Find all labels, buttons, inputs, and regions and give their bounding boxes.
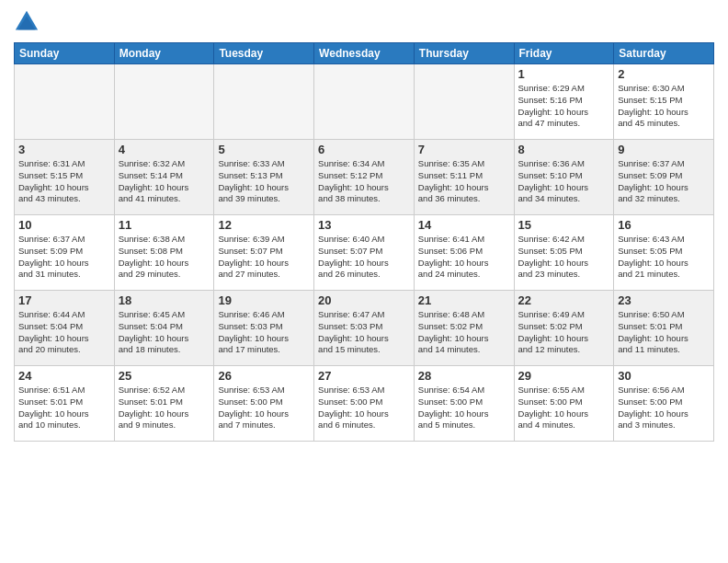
day-number: 3 bbox=[18, 143, 110, 156]
calendar-week-1: 1Sunrise: 6:29 AMSunset: 5:16 PMDaylight… bbox=[15, 64, 714, 140]
day-info: Sunrise: 6:51 AMSunset: 5:01 PMDaylight:… bbox=[18, 385, 110, 431]
calendar-week-2: 3Sunrise: 6:31 AMSunset: 5:15 PMDaylight… bbox=[15, 140, 714, 215]
day-info: Sunrise: 6:30 AMSunset: 5:15 PMDaylight:… bbox=[618, 83, 710, 130]
calendar-cell bbox=[314, 64, 415, 140]
weekday-header-friday: Friday bbox=[514, 43, 614, 64]
calendar-cell: 17Sunrise: 6:44 AMSunset: 5:04 PMDayligh… bbox=[15, 291, 115, 366]
day-info: Sunrise: 6:56 AMSunset: 5:00 PMDaylight:… bbox=[618, 385, 710, 431]
day-number: 14 bbox=[418, 218, 510, 232]
calendar-cell: 3Sunrise: 6:31 AMSunset: 5:15 PMDaylight… bbox=[15, 140, 115, 215]
calendar-cell: 29Sunrise: 6:55 AMSunset: 5:00 PMDayligh… bbox=[514, 366, 614, 442]
day-number: 7 bbox=[418, 143, 510, 156]
day-info: Sunrise: 6:36 AMSunset: 5:10 PMDaylight:… bbox=[518, 158, 610, 205]
calendar-cell: 23Sunrise: 6:50 AMSunset: 5:01 PMDayligh… bbox=[614, 291, 714, 366]
day-number: 4 bbox=[119, 143, 210, 156]
weekday-header-saturday: Saturday bbox=[614, 43, 714, 64]
day-info: Sunrise: 6:41 AMSunset: 5:06 PMDaylight:… bbox=[418, 234, 510, 281]
day-info: Sunrise: 6:50 AMSunset: 5:01 PMDaylight:… bbox=[618, 309, 710, 356]
day-info: Sunrise: 6:48 AMSunset: 5:02 PMDaylight:… bbox=[418, 309, 510, 356]
header bbox=[14, 9, 714, 35]
calendar-cell: 18Sunrise: 6:45 AMSunset: 5:04 PMDayligh… bbox=[114, 291, 214, 366]
day-info: Sunrise: 6:32 AMSunset: 5:14 PMDaylight:… bbox=[119, 158, 210, 205]
day-info: Sunrise: 6:38 AMSunset: 5:08 PMDaylight:… bbox=[119, 234, 210, 281]
day-info: Sunrise: 6:43 AMSunset: 5:05 PMDaylight:… bbox=[618, 234, 710, 281]
day-number: 24 bbox=[18, 369, 110, 383]
weekday-header-tuesday: Tuesday bbox=[214, 43, 314, 64]
day-number: 6 bbox=[318, 143, 410, 156]
day-number: 18 bbox=[119, 293, 210, 307]
calendar-header: SundayMondayTuesdayWednesdayThursdayFrid… bbox=[15, 43, 714, 64]
calendar-cell: 10Sunrise: 6:37 AMSunset: 5:09 PMDayligh… bbox=[15, 215, 115, 291]
calendar-body: 1Sunrise: 6:29 AMSunset: 5:16 PMDaylight… bbox=[15, 64, 714, 442]
calendar-cell: 8Sunrise: 6:36 AMSunset: 5:10 PMDaylight… bbox=[514, 140, 614, 215]
weekday-header-thursday: Thursday bbox=[414, 43, 514, 64]
weekday-header-wednesday: Wednesday bbox=[314, 43, 415, 64]
calendar-cell: 11Sunrise: 6:38 AMSunset: 5:08 PMDayligh… bbox=[114, 215, 214, 291]
day-info: Sunrise: 6:52 AMSunset: 5:01 PMDaylight:… bbox=[119, 385, 210, 431]
calendar-cell: 21Sunrise: 6:48 AMSunset: 5:02 PMDayligh… bbox=[414, 291, 514, 366]
calendar-cell: 1Sunrise: 6:29 AMSunset: 5:16 PMDaylight… bbox=[514, 64, 614, 140]
day-info: Sunrise: 6:29 AMSunset: 5:16 PMDaylight:… bbox=[518, 83, 610, 130]
day-info: Sunrise: 6:39 AMSunset: 5:07 PMDaylight:… bbox=[218, 234, 310, 281]
day-info: Sunrise: 6:54 AMSunset: 5:00 PMDaylight:… bbox=[418, 385, 510, 431]
day-number: 16 bbox=[618, 218, 710, 232]
day-number: 5 bbox=[218, 143, 310, 156]
day-info: Sunrise: 6:31 AMSunset: 5:15 PMDaylight:… bbox=[18, 158, 110, 205]
calendar-cell: 9Sunrise: 6:37 AMSunset: 5:09 PMDaylight… bbox=[614, 140, 714, 215]
weekday-header-monday: Monday bbox=[114, 43, 214, 64]
day-number: 20 bbox=[318, 293, 410, 307]
day-number: 22 bbox=[518, 293, 610, 307]
calendar-cell bbox=[15, 64, 115, 140]
day-info: Sunrise: 6:53 AMSunset: 5:00 PMDaylight:… bbox=[318, 385, 410, 431]
day-number: 8 bbox=[518, 143, 610, 156]
day-number: 9 bbox=[618, 143, 710, 156]
day-info: Sunrise: 6:33 AMSunset: 5:13 PMDaylight:… bbox=[218, 158, 310, 205]
day-info: Sunrise: 6:49 AMSunset: 5:02 PMDaylight:… bbox=[518, 309, 610, 356]
calendar-cell: 6Sunrise: 6:34 AMSunset: 5:12 PMDaylight… bbox=[314, 140, 415, 215]
calendar-cell: 25Sunrise: 6:52 AMSunset: 5:01 PMDayligh… bbox=[114, 366, 214, 442]
calendar-cell: 14Sunrise: 6:41 AMSunset: 5:06 PMDayligh… bbox=[414, 215, 514, 291]
day-info: Sunrise: 6:34 AMSunset: 5:12 PMDaylight:… bbox=[318, 158, 410, 205]
calendar-cell: 20Sunrise: 6:47 AMSunset: 5:03 PMDayligh… bbox=[314, 291, 415, 366]
logo-icon bbox=[14, 9, 40, 35]
calendar-cell: 28Sunrise: 6:54 AMSunset: 5:00 PMDayligh… bbox=[414, 366, 514, 442]
calendar-cell: 15Sunrise: 6:42 AMSunset: 5:05 PMDayligh… bbox=[514, 215, 614, 291]
day-number: 26 bbox=[218, 369, 310, 383]
day-number: 29 bbox=[518, 369, 610, 383]
calendar-cell: 5Sunrise: 6:33 AMSunset: 5:13 PMDaylight… bbox=[214, 140, 314, 215]
day-info: Sunrise: 6:46 AMSunset: 5:03 PMDaylight:… bbox=[218, 309, 310, 356]
calendar-cell: 7Sunrise: 6:35 AMSunset: 5:11 PMDaylight… bbox=[414, 140, 514, 215]
calendar-week-5: 24Sunrise: 6:51 AMSunset: 5:01 PMDayligh… bbox=[15, 366, 714, 442]
calendar-cell: 22Sunrise: 6:49 AMSunset: 5:02 PMDayligh… bbox=[514, 291, 614, 366]
day-number: 11 bbox=[119, 218, 210, 232]
weekday-header-sunday: Sunday bbox=[15, 43, 115, 64]
calendar-cell: 24Sunrise: 6:51 AMSunset: 5:01 PMDayligh… bbox=[15, 366, 115, 442]
calendar-cell: 30Sunrise: 6:56 AMSunset: 5:00 PMDayligh… bbox=[614, 366, 714, 442]
calendar-cell: 4Sunrise: 6:32 AMSunset: 5:14 PMDaylight… bbox=[114, 140, 214, 215]
page: SundayMondayTuesdayWednesdayThursdayFrid… bbox=[0, 0, 728, 563]
day-number: 28 bbox=[418, 369, 510, 383]
logo bbox=[14, 9, 43, 35]
day-number: 12 bbox=[218, 218, 310, 232]
day-info: Sunrise: 6:37 AMSunset: 5:09 PMDaylight:… bbox=[18, 234, 110, 281]
calendar-cell: 27Sunrise: 6:53 AMSunset: 5:00 PMDayligh… bbox=[314, 366, 415, 442]
day-info: Sunrise: 6:53 AMSunset: 5:00 PMDaylight:… bbox=[218, 385, 310, 431]
day-info: Sunrise: 6:37 AMSunset: 5:09 PMDaylight:… bbox=[618, 158, 710, 205]
day-info: Sunrise: 6:45 AMSunset: 5:04 PMDaylight:… bbox=[119, 309, 210, 356]
calendar-cell: 26Sunrise: 6:53 AMSunset: 5:00 PMDayligh… bbox=[214, 366, 314, 442]
calendar-cell: 2Sunrise: 6:30 AMSunset: 5:15 PMDaylight… bbox=[614, 64, 714, 140]
day-number: 1 bbox=[518, 67, 610, 81]
calendar-week-4: 17Sunrise: 6:44 AMSunset: 5:04 PMDayligh… bbox=[15, 291, 714, 366]
calendar-cell bbox=[214, 64, 314, 140]
day-info: Sunrise: 6:35 AMSunset: 5:11 PMDaylight:… bbox=[418, 158, 510, 205]
weekday-header-row: SundayMondayTuesdayWednesdayThursdayFrid… bbox=[15, 43, 714, 64]
calendar-cell: 12Sunrise: 6:39 AMSunset: 5:07 PMDayligh… bbox=[214, 215, 314, 291]
calendar-cell bbox=[414, 64, 514, 140]
day-info: Sunrise: 6:44 AMSunset: 5:04 PMDaylight:… bbox=[18, 309, 110, 356]
day-number: 13 bbox=[318, 218, 410, 232]
calendar-cell: 16Sunrise: 6:43 AMSunset: 5:05 PMDayligh… bbox=[614, 215, 714, 291]
day-info: Sunrise: 6:55 AMSunset: 5:00 PMDaylight:… bbox=[518, 385, 610, 431]
calendar-table: SundayMondayTuesdayWednesdayThursdayFrid… bbox=[14, 42, 714, 442]
day-number: 21 bbox=[418, 293, 510, 307]
day-number: 17 bbox=[18, 293, 110, 307]
